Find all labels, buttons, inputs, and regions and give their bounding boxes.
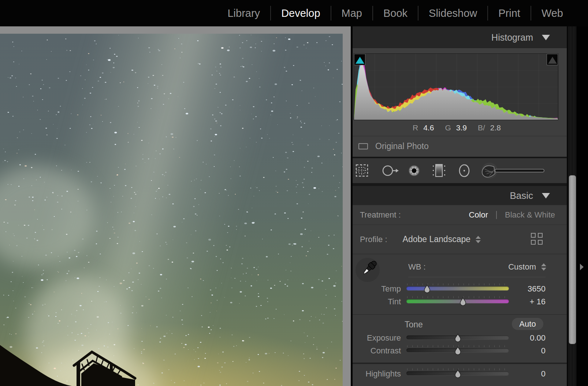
- highlights-section: Highlights 0: [353, 363, 567, 386]
- right-scrollbar-track[interactable]: [567, 26, 576, 386]
- slider-ticks: [407, 296, 508, 298]
- original-photo-checkbox[interactable]: [358, 143, 368, 149]
- rgb-readout: R 4.6 G 3.9 B/ 2.8: [353, 121, 567, 135]
- shadow-clipping-indicator[interactable]: [354, 54, 365, 65]
- treatment-label: Treatment :: [360, 210, 401, 220]
- nav-tab-library[interactable]: Library: [217, 7, 270, 19]
- nav-tab-slideshow[interactable]: Slideshow: [418, 7, 487, 19]
- highlight-clipping-icon: [548, 57, 557, 64]
- wb-updown-icon[interactable]: [541, 263, 546, 271]
- tool-strip: [353, 158, 567, 183]
- tint-slider[interactable]: [406, 296, 509, 308]
- treatment-color-option[interactable]: Color: [469, 210, 488, 220]
- exposure-label: Exposure: [353, 333, 401, 343]
- temp-slider[interactable]: [406, 283, 509, 295]
- image-canvas-area: [0, 26, 351, 386]
- profile-updown-icon[interactable]: [476, 236, 481, 243]
- highlight-clipping-indicator[interactable]: [547, 54, 558, 65]
- radial-filter-icon[interactable]: [456, 162, 473, 179]
- profile-label: Profile :: [360, 235, 387, 244]
- wb-divider: [408, 277, 546, 277]
- wb-label: WB :: [408, 262, 426, 272]
- temp-slider-row: Temp 3650: [353, 283, 567, 295]
- exposure-value[interactable]: 0.00: [530, 333, 546, 343]
- photo-canvas[interactable]: [0, 34, 343, 386]
- temp-track[interactable]: [406, 286, 509, 290]
- original-photo-row: Original Photo: [353, 136, 567, 156]
- graduated-filter-icon[interactable]: [431, 162, 447, 179]
- tint-knob[interactable]: [460, 297, 466, 306]
- slider-ticks: [407, 283, 508, 285]
- temp-value[interactable]: 3650: [528, 284, 546, 294]
- basic-collapse-icon[interactable]: [542, 193, 550, 198]
- profile-row: Profile : Adobe Landscape: [353, 224, 567, 254]
- panel-collapse-arrow[interactable]: [580, 264, 584, 270]
- foreground-silhouette: [0, 34, 343, 386]
- histogram-title: Histogram: [491, 32, 533, 43]
- contrast-slider-row: Contrast 0: [353, 345, 567, 357]
- profile-browser-grid-icon[interactable]: [531, 233, 543, 245]
- g-value: 3.9: [456, 123, 467, 132]
- tint-value[interactable]: + 16: [530, 297, 546, 307]
- white-balance-section: WB : Custom Temp 3650 Tint: [353, 254, 567, 314]
- contrast-value[interactable]: 0: [541, 346, 546, 356]
- exposure-slider[interactable]: [406, 332, 509, 344]
- profile-select[interactable]: Adobe Landscape: [403, 234, 470, 244]
- adjustment-brush-icon[interactable]: [481, 162, 547, 179]
- highlights-label: Highlights: [353, 369, 401, 379]
- r-label: R: [413, 123, 418, 132]
- treatment-row: Treatment : Color Black & White: [353, 205, 567, 224]
- histogram-panel-header[interactable]: Histogram: [353, 26, 567, 48]
- exposure-knob[interactable]: [455, 334, 461, 342]
- eyedropper-icon: [356, 258, 380, 282]
- highlights-slider[interactable]: [406, 368, 509, 380]
- auto-tone-button[interactable]: Auto: [512, 318, 543, 330]
- red-eye-correction-icon[interactable]: [406, 162, 423, 179]
- original-photo-label: Original Photo: [375, 141, 429, 151]
- contrast-slider[interactable]: [406, 345, 509, 357]
- module-picker-bar: Library Develop Map Book Slideshow Print…: [0, 0, 588, 26]
- tint-slider-row: Tint + 16: [353, 296, 567, 308]
- highlights-slider-row: Highlights 0: [353, 368, 567, 380]
- tone-section: Tone Auto Exposure 0.00 Contrast 0: [353, 314, 567, 363]
- tint-track[interactable]: [406, 299, 509, 303]
- wb-eyedropper-button[interactable]: [356, 258, 380, 282]
- right-scrollbar-thumb[interactable]: [569, 175, 576, 344]
- right-panel: Histogram R 4.6 G 3.9 B/ 2.8 Original Ph…: [353, 26, 567, 386]
- histogram-collapse-icon[interactable]: [542, 35, 550, 40]
- treatment-divider: [496, 211, 497, 219]
- basic-title: Basic: [510, 190, 533, 201]
- section-gap: [353, 183, 567, 186]
- g-label: G: [445, 123, 451, 132]
- b-value: 2.8: [490, 123, 501, 132]
- nav-tab-develop[interactable]: Develop: [271, 7, 330, 19]
- basic-panel-header[interactable]: Basic: [353, 186, 567, 205]
- tone-label: Tone: [405, 320, 423, 330]
- r-value: 4.6: [423, 123, 434, 132]
- nav-tab-map[interactable]: Map: [331, 7, 372, 19]
- wb-select[interactable]: Custom: [508, 262, 536, 272]
- b-label: B/: [478, 123, 485, 132]
- contrast-label: Contrast: [353, 346, 401, 356]
- wb-row: WB : Custom: [408, 262, 546, 272]
- exposure-slider-row: Exposure 0.00: [353, 332, 567, 344]
- nav-tab-book[interactable]: Book: [373, 7, 418, 19]
- highlights-value[interactable]: 0: [541, 369, 546, 379]
- temp-knob[interactable]: [424, 285, 430, 293]
- shadow-clipping-icon: [356, 57, 364, 64]
- histogram-plot[interactable]: [354, 53, 558, 120]
- crop-overlay-icon[interactable]: [354, 162, 371, 179]
- nav-tab-web[interactable]: Web: [531, 7, 573, 19]
- treatment-bw-option[interactable]: Black & White: [505, 210, 555, 220]
- right-edge-strip: [576, 26, 588, 386]
- tint-label: Tint: [353, 297, 401, 307]
- contrast-knob[interactable]: [455, 346, 461, 355]
- highlights-knob[interactable]: [455, 370, 461, 378]
- nav-tab-print[interactable]: Print: [488, 7, 531, 19]
- histogram-container: R 4.6 G 3.9 B/ 2.8 Original Photo: [353, 48, 567, 157]
- temp-label: Temp: [353, 284, 401, 294]
- spot-removal-icon[interactable]: [381, 162, 400, 179]
